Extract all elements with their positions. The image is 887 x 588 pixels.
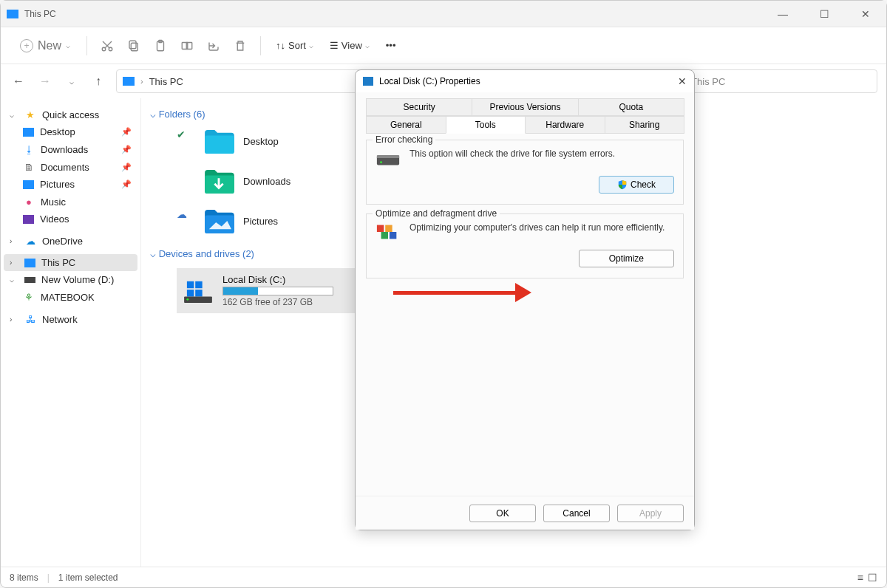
drive-icon [183, 278, 214, 304]
sidebar-matebook[interactable]: ⚘MATEBOOK [17, 288, 137, 306]
delete-icon[interactable] [229, 35, 251, 57]
folder-pictures[interactable]: Pictures [203, 208, 278, 233]
share-icon[interactable] [203, 35, 225, 57]
recent-dropdown[interactable]: ⌵ [63, 78, 81, 86]
tab-quota[interactable]: Quota [578, 98, 684, 116]
chevron-down-icon: ⌵ [309, 41, 313, 49]
sidebar-network[interactable]: ›🖧Network [4, 310, 137, 328]
new-button[interactable]: + New ⌵ [13, 36, 78, 55]
svg-rect-23 [390, 232, 396, 239]
dialog-titlebar: Local Disk (C:) Properties ✕ [356, 70, 694, 92]
this-pc-icon [123, 77, 135, 86]
ok-button[interactable]: OK [469, 505, 536, 522]
sidebar: ⌵ ★ Quick access Desktop📌 ⭳Downloads📌 🗎D… [1, 98, 141, 567]
properties-dialog: Local Disk (C:) Properties ✕ Security Pr… [355, 69, 695, 530]
tab-general[interactable]: General [366, 116, 446, 134]
dialog-tabs: Security Previous Versions Quota General… [366, 98, 684, 134]
svg-rect-18 [377, 155, 399, 158]
tab-tools[interactable]: Tools [446, 116, 526, 134]
svg-rect-8 [205, 135, 234, 154]
tab-previous-versions[interactable]: Previous Versions [472, 98, 578, 116]
this-pc-icon [7, 10, 18, 18]
drive-icon [363, 77, 373, 86]
titlebar: This PC — ☐ ✕ [1, 1, 886, 27]
svg-rect-13 [187, 290, 194, 296]
sidebar-quick-access[interactable]: ⌵ ★ Quick access [4, 106, 137, 123]
dialog-close-button[interactable]: ✕ [678, 75, 687, 87]
shield-icon [617, 180, 628, 190]
sidebar-item-pictures[interactable]: Pictures📌 [17, 176, 137, 193]
minimize-button[interactable]: — [768, 4, 798, 24]
sidebar-item-documents[interactable]: 🗎Documents📌 [17, 158, 137, 176]
svg-rect-12 [195, 281, 202, 287]
copy-icon[interactable] [123, 35, 145, 57]
svg-rect-21 [385, 225, 392, 232]
folder-icon [203, 168, 234, 194]
sidebar-item-downloads[interactable]: ⭳Downloads📌 [17, 140, 137, 158]
tab-hardware[interactable]: Hardware [525, 116, 605, 134]
drive-icon [375, 148, 401, 168]
toolbar: + New ⌵ ↑↓ Sort ⌵ ☰ View ⌵ ••• [1, 27, 886, 64]
view-button[interactable]: ☰ View ⌵ [324, 37, 375, 54]
search-input[interactable]: ch This PC [670, 69, 877, 93]
download-icon: ⭳ [23, 143, 35, 155]
maximize-button[interactable]: ☐ [809, 4, 839, 24]
cancel-button[interactable]: Cancel [543, 505, 610, 522]
drive-local-disk-c[interactable]: Local Disk (C:) 162 GB free of 237 GB [177, 268, 384, 313]
thumbnails-view-icon[interactable]: ☐ [868, 572, 877, 584]
plus-icon: + [20, 39, 33, 52]
svg-rect-11 [187, 281, 194, 287]
disk-usage-bar [222, 287, 333, 295]
music-icon: ● [23, 196, 35, 208]
address-text: This PC [149, 76, 183, 87]
cut-icon[interactable] [96, 35, 118, 57]
optimize-legend: Optimize and defragment drive [373, 208, 500, 219]
back-button[interactable]: ← [10, 75, 27, 88]
optimize-button[interactable]: Optimize [579, 250, 674, 267]
details-view-icon[interactable]: ≡ [857, 572, 863, 584]
status-bar: 8 items | 1 item selected ≡ ☐ [1, 567, 886, 587]
cloud-sync-icon: ☁ [177, 208, 190, 233]
sidebar-new-volume[interactable]: ⌵New Volume (D:) [4, 271, 137, 288]
sidebar-this-pc[interactable]: ›This PC [4, 254, 137, 271]
sidebar-item-music[interactable]: ●Music [17, 193, 137, 211]
sidebar-item-videos[interactable]: Videos [17, 211, 137, 228]
sidebar-onedrive[interactable]: ›☁OneDrive [4, 232, 137, 250]
more-button[interactable]: ••• [380, 37, 402, 54]
sort-button[interactable]: ↑↓ Sort ⌵ [270, 37, 319, 54]
defrag-icon [375, 222, 401, 242]
folder-desktop[interactable]: Desktop [203, 129, 279, 154]
svg-rect-22 [381, 232, 388, 239]
status-selected: 1 item selected [58, 572, 118, 583]
sidebar-item-desktop[interactable]: Desktop📌 [17, 123, 137, 140]
error-checking-legend: Error checking [373, 134, 435, 145]
check-button[interactable]: Check [599, 176, 674, 194]
status-item-count: 8 items [10, 572, 38, 583]
svg-rect-20 [377, 225, 384, 232]
close-button[interactable]: ✕ [851, 4, 880, 24]
paste-icon[interactable] [149, 35, 171, 57]
chevron-right-icon: › [10, 315, 18, 324]
chevron-right-icon: › [10, 259, 18, 267]
forward-button[interactable]: → [36, 75, 54, 88]
videos-icon [23, 215, 34, 224]
chevron-down-icon: ⌵ [10, 111, 18, 119]
network-icon: 🖧 [24, 313, 36, 325]
new-label: New [38, 39, 61, 52]
separator [260, 36, 261, 55]
window-title: This PC [24, 9, 768, 19]
folder-icon [203, 208, 234, 233]
chevron-right-icon: › [10, 237, 18, 245]
this-pc-icon [24, 259, 35, 267]
tab-sharing[interactable]: Sharing [605, 116, 685, 134]
error-checking-group: Error checking This option will check th… [366, 140, 684, 205]
tab-security[interactable]: Security [366, 98, 472, 116]
apply-button[interactable]: Apply [617, 505, 684, 522]
folder-downloads[interactable]: Downloads [203, 168, 290, 194]
up-button[interactable]: ↑ [89, 75, 107, 88]
rename-icon[interactable] [176, 35, 198, 57]
optimize-text: Optimizing your computer's drives can he… [409, 222, 665, 234]
chevron-down-icon: ⌵ [365, 41, 370, 49]
svg-rect-10 [205, 215, 234, 233]
svg-rect-3 [129, 41, 136, 49]
